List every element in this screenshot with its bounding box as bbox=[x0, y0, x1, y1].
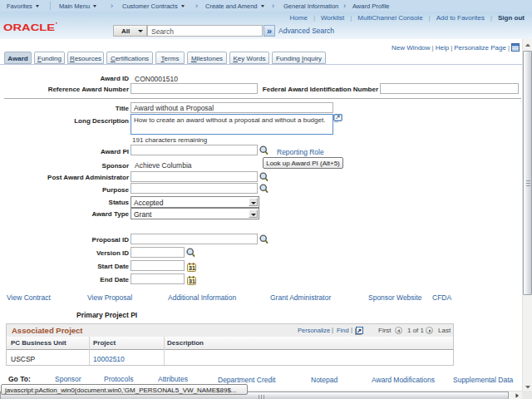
svg-text:31: 31 bbox=[189, 265, 195, 271]
svg-text:31: 31 bbox=[189, 278, 195, 284]
svg-text:ORACLE: ORACLE bbox=[3, 22, 55, 32]
